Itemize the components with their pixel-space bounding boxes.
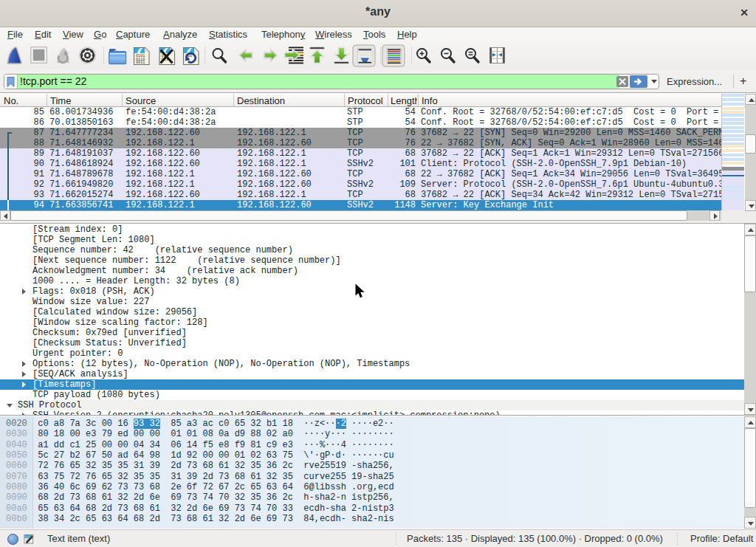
svg-text:0011: 0011	[136, 61, 145, 65]
